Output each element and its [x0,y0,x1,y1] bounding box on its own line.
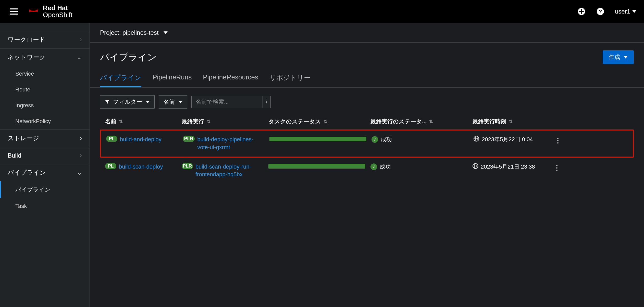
col-name[interactable]: 名前⇅ [105,118,177,125]
brand-logo[interactable]: Red Hat OpenShift [28,5,72,19]
sidebar-sub-label: パイプライン [15,186,51,194]
check-circle-icon: ✓ [371,136,378,143]
main-content: Project: pipelines-test パイプライン 作成 パイプライン… [90,23,644,307]
create-button[interactable]: 作成 [603,50,634,64]
globe-icon [473,163,478,170]
table-row: PL build-scan-deploy PLR build-scan-depl… [100,158,634,184]
pl-badge: PL [106,136,117,142]
pipelinerun-link[interactable]: build-scan-deploy-run-frontendapp-hq5bx [195,163,263,179]
name-selector[interactable]: 名前 [159,95,187,109]
sidebar-item-workloads[interactable]: ワークロード › [0,31,90,49]
sidebar-item-pipeline-sub[interactable]: パイプライン [0,181,90,198]
sort-icon: ⇅ [509,119,513,124]
chevron-right-icon: › [80,152,82,159]
funnel-icon [105,100,109,104]
tab-pipelineruns[interactable]: PipelineRuns [153,69,192,87]
caret-down-icon [624,56,628,58]
caret-down-icon [164,31,168,34]
tab-pipelineresources[interactable]: PipelineResources [203,69,258,87]
sort-icon: ⇅ [429,119,433,124]
pipelines-table: 名前⇅ 最終実行⇅ タスクのステータス⇅ 最終実行のステータ...⇅ 最終実行時… [90,114,644,184]
sidebar-label: Build [8,152,21,159]
create-button-label: 作成 [609,53,620,61]
sidebar-label: ストレージ [8,134,39,142]
time-text: 2023年5月22日 0:04 [482,136,533,143]
pipeline-name-link[interactable]: build-scan-deploy [119,163,163,171]
name-label: 名前 [164,98,175,106]
chevron-down-icon: ⌄ [77,54,82,61]
search-input[interactable] [191,96,263,108]
sidebar-item-service[interactable]: Service [0,66,90,82]
sidebar-label: ネットワーク [8,53,46,61]
col-last-run-status[interactable]: 最終実行のステータ...⇅ [370,118,467,125]
sidebar-item-route[interactable]: Route [0,82,90,98]
hamburger-menu-icon[interactable] [8,6,20,17]
sort-icon: ⇅ [324,119,327,124]
filter-button[interactable]: フィルター [100,95,155,109]
project-label: Project: pipelines-test [100,29,158,36]
sort-icon: ⇅ [119,119,123,124]
redhat-fedora-icon [28,7,39,16]
caret-down-icon [632,10,636,13]
sidebar-sub-label: NetworkPolicy [15,118,51,125]
sidebar-item-task[interactable]: Task [0,198,90,214]
filter-label: フィルター [113,98,142,106]
username: user1 [615,8,630,15]
sidebar-sub-label: Service [15,70,34,77]
time-text: 2023年5月21日 23:38 [481,163,535,171]
page-title: パイプライン [100,51,157,64]
sidebar: ワークロード › ネットワーク ⌄ Service Route Ingress … [0,23,90,307]
svg-text:?: ? [599,9,602,14]
sidebar-sub-label: Task [15,203,27,209]
sort-icon: ⇅ [207,119,210,124]
help-icon[interactable]: ? [596,7,605,16]
toolbar: フィルター 名前 / [90,88,644,114]
table-row: PL build-and-deploy PLR build-deploy-pip… [100,129,634,158]
svg-point-2 [30,9,37,11]
sidebar-item-ingress[interactable]: Ingress [0,98,90,113]
svg-point-0 [28,13,39,16]
sidebar-label: ワークロード [8,36,45,44]
col-task-status[interactable]: タスクのステータス⇅ [268,118,365,125]
sidebar-sub-label: Route [15,86,30,93]
status-text: 成功 [380,163,391,171]
sidebar-sub-label: Ingress [15,102,34,109]
chevron-right-icon: › [80,135,82,142]
col-last-run[interactable]: 最終実行⇅ [182,118,263,125]
table-header: 名前⇅ 最終実行⇅ タスクのステータス⇅ 最終実行のステータ...⇅ 最終実行時… [100,114,634,129]
add-icon[interactable] [577,7,586,16]
chevron-down-icon: ⌄ [77,169,82,176]
kebab-menu-icon[interactable] [554,163,560,173]
sidebar-item-networkpolicy[interactable]: NetworkPolicy [0,113,90,129]
caret-down-icon [146,101,150,103]
caret-down-icon [178,101,182,103]
tab-repositories[interactable]: リポジトリー [269,69,311,87]
check-circle-icon: ✓ [370,163,377,170]
brand-name: Red Hat [43,5,72,11]
pl-badge: PL [105,163,116,169]
project-selector[interactable]: Project: pipelines-test [90,23,644,43]
pipelinerun-link[interactable]: build-deploy-pipelines-vote-ui-gxrmt [197,136,264,151]
task-status-bar [268,164,365,169]
shortcut-hint: / [263,96,271,108]
col-last-run-time[interactable]: 最終実行時刻⇅ [473,118,549,125]
user-menu[interactable]: user1 [615,8,636,15]
task-status-bar [269,137,366,141]
status-text: 成功 [381,136,392,143]
sidebar-item-storage[interactable]: ストレージ › [0,129,90,147]
sidebar-label: パイプライン [8,169,46,177]
tab-pipelines[interactable]: パイプライン [100,69,141,87]
sidebar-item-build[interactable]: Build › [0,147,90,164]
topbar: Red Hat OpenShift ? user1 [0,0,644,23]
sidebar-item-pipeline[interactable]: パイプライン ⌄ [0,164,90,181]
product-name: OpenShift [43,11,72,18]
globe-icon [474,136,479,143]
chevron-right-icon: › [80,36,82,43]
plr-badge: PLR [183,136,195,142]
plr-badge: PLR [182,163,193,169]
sidebar-item-network[interactable]: ネットワーク ⌄ [0,49,90,66]
tabs: パイプライン PipelineRuns PipelineResources リポ… [90,69,644,88]
pipeline-name-link[interactable]: build-and-deploy [120,136,162,144]
kebab-menu-icon[interactable] [555,136,561,146]
